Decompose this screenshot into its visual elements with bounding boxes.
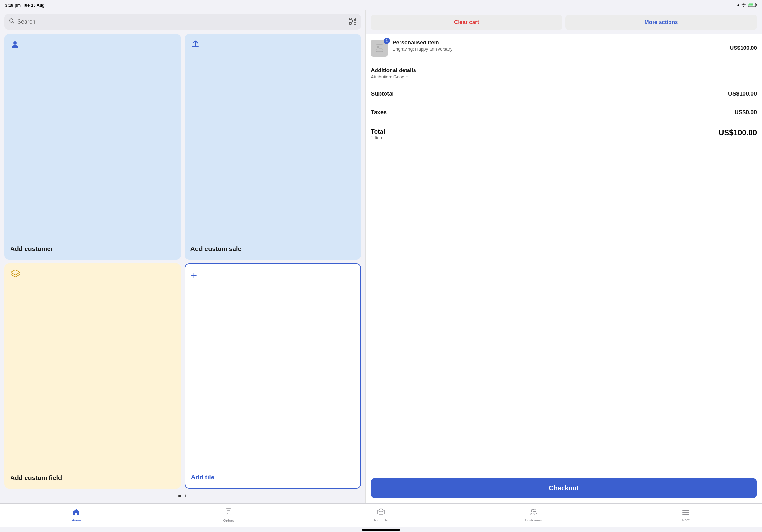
additional-details-note: Attribution: Google	[371, 74, 757, 79]
summary-section: Subtotal US$100.00 Taxes US$0.00 Total 1…	[371, 85, 757, 146]
bottom-nav: Home Orders Products Customers More	[0, 503, 762, 527]
svg-rect-9	[352, 21, 353, 22]
wifi-icon	[741, 3, 746, 8]
add-custom-sale-tile[interactable]: Add custom sale	[185, 34, 361, 260]
svg-rect-14	[192, 46, 199, 47]
svg-line-24	[378, 511, 381, 512]
cart-item-name: Personalised item	[393, 39, 725, 46]
additional-details-title: Additional details	[371, 67, 757, 74]
svg-point-27	[534, 510, 536, 511]
dot-plus[interactable]: +	[184, 493, 187, 499]
total-value: US$100.00	[719, 128, 757, 137]
cart-item[interactable]: 1 Personalised item Engraving: Happy ann…	[371, 34, 757, 62]
products-icon	[377, 508, 385, 517]
total-label: Total	[371, 128, 385, 135]
more-actions-button[interactable]: More actions	[566, 15, 757, 30]
cart-actions: Clear cart More actions	[366, 10, 762, 34]
nav-products[interactable]: Products	[305, 503, 457, 527]
right-panel: Clear cart More actions 1 Personalised i…	[366, 10, 762, 503]
add-customer-label: Add customer	[10, 245, 175, 253]
nav-more-label: More	[682, 518, 690, 522]
clear-cart-button[interactable]: Clear cart	[371, 15, 562, 30]
total-row: Total 1 Item US$100.00	[371, 122, 757, 146]
more-icon	[682, 509, 689, 517]
taxes-label: Taxes	[371, 109, 387, 116]
nav-orders[interactable]: Orders	[153, 503, 305, 527]
svg-rect-6	[349, 18, 351, 20]
nav-customers-label: Customers	[525, 518, 542, 522]
plus-icon: +	[191, 270, 355, 282]
svg-rect-7	[354, 18, 356, 20]
svg-rect-1	[756, 4, 757, 6]
status-bar: 3:19 pm Tue 15 Aug ◂ 69%	[0, 0, 762, 10]
date: Tue 15 Aug	[23, 3, 45, 8]
main-layout: Search Add customer Add custom sale	[0, 10, 762, 503]
search-placeholder: Search	[17, 19, 346, 25]
battery-icon: 69%	[748, 3, 757, 8]
svg-text:69%: 69%	[749, 4, 754, 6]
person-icon	[10, 40, 175, 52]
home-indicator	[362, 529, 400, 531]
svg-point-26	[531, 509, 534, 512]
additional-details: Additional details Attribution: Google	[371, 62, 757, 85]
home-icon	[72, 508, 80, 517]
cart-items: 1 Personalised item Engraving: Happy ann…	[366, 34, 762, 476]
tiles-grid: Add customer Add custom sale Add custom …	[4, 34, 361, 489]
nav-orders-label: Orders	[223, 519, 234, 522]
dot-1	[178, 495, 181, 497]
cart-item-info: Personalised item Engraving: Happy anniv…	[393, 39, 725, 52]
svg-point-13	[13, 41, 17, 45]
subtotal-label: Subtotal	[371, 91, 394, 97]
add-customer-tile[interactable]: Add customer	[4, 34, 181, 260]
search-bar[interactable]: Search	[4, 14, 361, 30]
orders-icon	[225, 508, 232, 518]
cart-item-thumbnail: 1	[371, 39, 388, 57]
add-custom-sale-label: Add custom sale	[190, 245, 355, 253]
total-items: 1 Item	[371, 135, 385, 140]
subtotal-row: Subtotal US$100.00	[371, 85, 757, 103]
svg-rect-8	[349, 22, 351, 24]
svg-line-25	[381, 511, 384, 512]
cart-item-price: US$100.00	[730, 45, 757, 51]
location-icon: ◂	[737, 3, 739, 7]
add-tile-tile[interactable]: + Add tile	[185, 263, 361, 489]
add-tile-label: Add tile	[191, 474, 355, 481]
svg-marker-16	[11, 270, 20, 275]
cart-item-badge: 1	[384, 37, 390, 44]
nav-home[interactable]: Home	[0, 503, 153, 527]
nav-customers[interactable]: Customers	[457, 503, 610, 527]
svg-rect-17	[376, 45, 383, 52]
taxes-row: Taxes US$0.00	[371, 103, 757, 122]
nav-products-label: Products	[374, 518, 388, 522]
time: 3:19 pm	[5, 3, 21, 8]
nav-more[interactable]: More	[609, 503, 762, 527]
checkout-button[interactable]: Checkout	[371, 478, 757, 498]
page-dots: +	[4, 489, 361, 503]
add-custom-field-tile[interactable]: Add custom field	[4, 263, 181, 489]
add-custom-field-label: Add custom field	[10, 474, 175, 482]
left-panel: Search Add customer Add custom sale	[0, 10, 366, 503]
subtotal-value: US$100.00	[728, 91, 757, 97]
nav-home-label: Home	[71, 518, 81, 522]
upload-icon	[190, 40, 355, 52]
customers-icon	[530, 508, 537, 517]
cart-item-note: Engraving: Happy anniversary	[393, 46, 725, 52]
search-icon	[9, 18, 15, 26]
svg-line-5	[13, 22, 14, 24]
scan-icon[interactable]	[349, 17, 356, 27]
layers-icon	[10, 269, 175, 280]
taxes-value: US$0.00	[734, 109, 757, 116]
